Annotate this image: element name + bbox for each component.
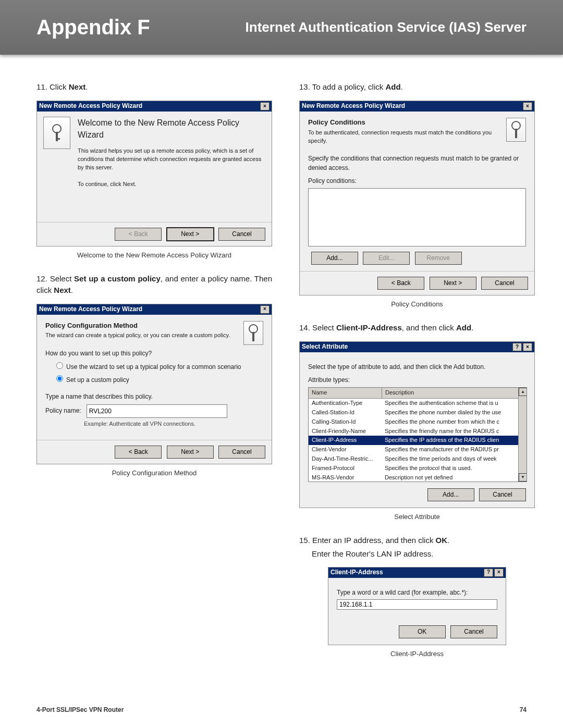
cancel-button[interactable]: Cancel xyxy=(479,488,526,501)
list-item[interactable]: MS-RAS-VendorDescription not yet defined xyxy=(309,473,527,482)
help-icon[interactable]: ? xyxy=(512,343,522,351)
step-12: 12. Select Set up a custom policy, and e… xyxy=(36,273,272,296)
list-item[interactable]: Client-IP-AddressSpecifies the IP addres… xyxy=(309,436,527,445)
col-name[interactable]: Name xyxy=(309,388,382,398)
wizard-key-icon xyxy=(43,117,70,149)
window-title: Client-IP-Address xyxy=(331,568,383,577)
wizard-key-icon xyxy=(243,321,263,345)
list-item[interactable]: Framed-ProtocolSpecifies the protocol th… xyxy=(309,464,527,473)
scrollbar[interactable]: ▲ ▼ xyxy=(518,388,527,482)
attribute-types-label: Attribute types: xyxy=(308,376,526,385)
list-item[interactable]: Client-VendorSpecifies the manufacturer … xyxy=(309,445,527,454)
conditions-label: Policy conditions: xyxy=(308,177,526,186)
step-14: 14. Select Client-IP-Address, and then c… xyxy=(299,322,535,334)
back-button[interactable]: < Back xyxy=(115,446,162,459)
figure-caption: Policy Conditions xyxy=(299,300,535,310)
page-title-left: Appendix F xyxy=(36,16,150,39)
next-button[interactable]: Next > xyxy=(167,446,214,459)
wizard-description: This wizard helps you set up a remote ac… xyxy=(78,147,265,172)
panel-heading: Policy Configuration Method xyxy=(45,321,239,331)
back-button: < Back xyxy=(115,228,162,241)
panel-subheading: To be authenticated, connection requests… xyxy=(308,129,502,145)
svg-point-5 xyxy=(512,121,520,130)
example-text: Example: Authenticate all VPN connection… xyxy=(84,420,263,428)
footer-product: 4-Port SSL/IPSec VPN Router xyxy=(36,706,124,713)
scroll-up-icon[interactable]: ▲ xyxy=(519,388,527,396)
figure-caption: Welcome to the New Remote Access Policy … xyxy=(36,251,272,261)
svg-point-0 xyxy=(53,125,61,133)
panel-subheading: The wizard can create a typical policy, … xyxy=(45,331,239,340)
policy-name-input[interactable] xyxy=(87,404,227,418)
cancel-button[interactable]: Cancel xyxy=(218,446,265,459)
next-button[interactable]: Next > xyxy=(167,228,214,241)
next-button[interactable]: Next > xyxy=(430,277,476,290)
svg-rect-6 xyxy=(515,129,517,138)
svg-rect-4 xyxy=(252,332,254,341)
remove-button: Remove xyxy=(415,252,462,265)
wizard-welcome-window: New Remote Access Policy Wizard × Welcom… xyxy=(36,101,272,247)
cancel-button[interactable]: Cancel xyxy=(481,277,528,290)
svg-point-3 xyxy=(249,325,258,333)
left-column: 11. Click Next. New Remote Access Policy… xyxy=(36,73,272,672)
add-button[interactable]: Add... xyxy=(311,252,358,265)
footer-page-number: 74 xyxy=(520,706,527,713)
scroll-down-icon[interactable]: ▼ xyxy=(519,473,527,482)
step-15-sub: Enter the Router's LAN IP address. xyxy=(312,548,535,560)
client-ip-window: Client-IP-Address ?× Type a word or a wi… xyxy=(328,567,506,646)
policy-conditions-window: New Remote Access Policy Wizard × Policy… xyxy=(299,101,535,296)
ip-address-input[interactable] xyxy=(337,599,497,610)
radio-custom-policy[interactable]: Set up a custom policy xyxy=(54,374,263,385)
step-15: 15. Enter an IP address, and then click … xyxy=(299,535,535,546)
page-title-right: Internet Authentication Service (IAS) Se… xyxy=(246,19,527,35)
svg-rect-2 xyxy=(56,138,60,140)
right-column: 13. To add a policy, click Add. New Remo… xyxy=(299,73,535,672)
window-title: New Remote Access Policy Wizard xyxy=(39,102,142,110)
ok-button[interactable]: OK xyxy=(399,625,446,638)
window-title: Select Attribute xyxy=(302,342,348,351)
svg-rect-1 xyxy=(56,132,58,141)
list-item[interactable]: Called-Station-IdSpecifies the phone num… xyxy=(309,408,527,417)
cancel-button[interactable]: Cancel xyxy=(450,625,497,638)
close-icon[interactable]: × xyxy=(523,102,532,110)
type-name-label: Type a name that describes this policy. xyxy=(45,392,263,401)
col-description[interactable]: Description xyxy=(382,388,527,398)
instruction-text: Select the type of attribute to add, and… xyxy=(308,363,526,372)
conditions-listbox[interactable] xyxy=(308,188,526,246)
help-icon[interactable]: ? xyxy=(484,569,493,577)
list-item[interactable]: Calling-Station-IdSpecifies the phone nu… xyxy=(309,417,527,427)
list-item[interactable]: Client-Friendly-NameSpecifies the friend… xyxy=(309,427,527,436)
close-icon[interactable]: × xyxy=(523,343,532,351)
wizard-continue-hint: To continue, click Next. xyxy=(78,180,265,189)
question-label: How do you want to set up this policy? xyxy=(45,349,263,358)
step-11: 11. Click Next. xyxy=(36,81,272,93)
attribute-listview[interactable]: Name Description Authentication-TypeSpec… xyxy=(308,387,527,482)
close-icon[interactable]: × xyxy=(494,569,504,577)
instruction-text: Type a word or a wild card (for example,… xyxy=(337,588,497,597)
list-item[interactable]: Day-And-Time-Restric...Specifies the tim… xyxy=(309,454,527,464)
policy-name-label: Policy name: xyxy=(45,406,81,415)
window-title: New Remote Access Policy Wizard xyxy=(302,102,405,110)
list-item[interactable]: Authentication-TypeSpecifies the authent… xyxy=(309,399,527,408)
select-attribute-window: Select Attribute ?× Select the type of a… xyxy=(299,341,535,508)
figure-caption: Client-IP-Address xyxy=(299,649,535,659)
close-icon[interactable]: × xyxy=(260,102,270,110)
cancel-button[interactable]: Cancel xyxy=(218,228,265,241)
wizard-heading: Welcome to the New Remote Access Policy … xyxy=(78,117,265,141)
figure-caption: Policy Configuration Method xyxy=(36,468,272,478)
figure-caption: Select Attribute xyxy=(299,512,535,522)
step-13: 13. To add a policy, click Add. xyxy=(299,81,535,93)
instruction-text: Specify the conditions that connection r… xyxy=(308,154,526,172)
panel-heading: Policy Conditions xyxy=(308,118,502,128)
policy-config-window: New Remote Access Policy Wizard × Policy… xyxy=(36,304,272,465)
window-title: New Remote Access Policy Wizard xyxy=(39,305,142,314)
back-button[interactable]: < Back xyxy=(377,277,424,290)
radio-typical-policy[interactable]: Use the wizard to set up a typical polic… xyxy=(54,361,263,372)
wizard-key-icon xyxy=(506,118,526,142)
close-icon[interactable]: × xyxy=(260,305,270,314)
edit-button: Edit... xyxy=(363,252,410,265)
add-button[interactable]: Add... xyxy=(427,488,474,501)
